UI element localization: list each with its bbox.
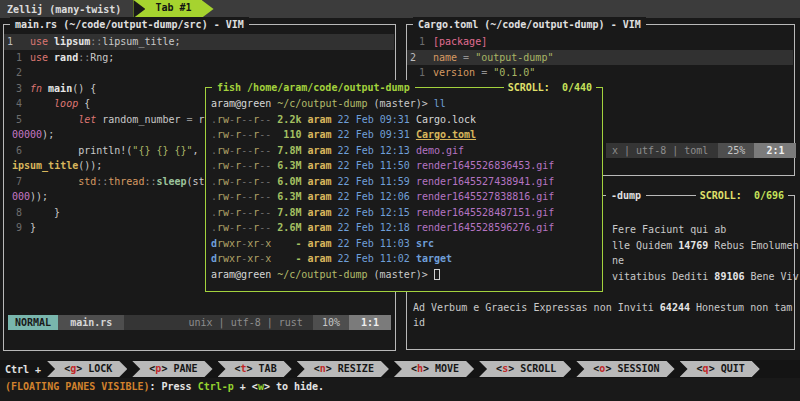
terminal-line: Fere Faciunt qui ab (612, 222, 793, 238)
top-bar: Zellij (many-twist) Tab #1 (0, 0, 800, 18)
keybind-tab[interactable]: <t> TAB (218, 361, 292, 377)
code-line: 2name = "output-dump" (407, 50, 793, 66)
code-line: 1use lipsum::lipsum_title; (4, 34, 394, 50)
code-line: 2 (4, 65, 394, 81)
terminal-line: .rw-r--r-- 2.2k aram 22 Feb 09:31 Cargo.… (211, 112, 601, 128)
permissions: .rw-r--r-- (211, 176, 271, 187)
keybind-scroll[interactable]: <s> SCROLL (479, 361, 571, 377)
terminal-line: drwxr-xr-x - aram 22 Feb 11:03 src (211, 236, 601, 252)
permissions: .rw-r--r-- (211, 160, 271, 171)
statusline-position: 1:1 (349, 315, 391, 331)
permissions: .rw-r--r-- (211, 207, 271, 218)
keybind-pane[interactable]: <p> PANE (132, 361, 212, 377)
permissions: drwxr-xr-x (211, 238, 271, 249)
keybind-quit[interactable]: <q> QUIT (680, 361, 760, 377)
tab-arrow-icon (202, 0, 214, 18)
line-number: 2 (407, 50, 425, 66)
code-line: 1[package] (407, 34, 793, 50)
line-number: 5 (4, 112, 22, 128)
line-number: 1 (4, 34, 22, 50)
scroll-indicator: SCROLL: 0/440 (504, 80, 596, 95)
statusline-meta: unix | utf-8 | rust (188, 315, 312, 331)
terminal-line: lle Quidem 14769 Rebus Emolumen (612, 238, 793, 254)
line-number: 2 (4, 65, 22, 81)
terminal-line: .rw-r--r-- 6.3M aram 22 Feb 12:06 render… (211, 189, 601, 205)
tab-1[interactable]: Tab #1 (133, 0, 213, 18)
pane-title: main.rs (~/code/output-dump/src) - VIM (10, 17, 249, 32)
line-number: 1 (4, 50, 22, 66)
vim-statusline: NORMAL main.rs unix | utf-8 | rust 10% 1… (8, 315, 391, 331)
line-number: 1 (407, 34, 425, 50)
permissions: .rw-r--r-- (211, 222, 271, 233)
statusline-percent: 10% (313, 315, 349, 331)
terminal-line: vitatibus Dediti 89106 Bene Viv (612, 269, 793, 285)
terminal-line: .rw-r--r-- 7.8M aram 22 Feb 12:13 demo.g… (211, 143, 601, 159)
keybind-resize[interactable]: <n> RESIZE (297, 361, 389, 377)
line-number: 4 (4, 96, 22, 112)
code-line: 1use rand::Rng; (4, 50, 394, 66)
terminal-line: .rw-r--r-- 6.0M aram 22 Feb 11:59 render… (211, 174, 601, 190)
terminal-line: id (413, 315, 793, 331)
terminal-line: .rw-r--r-- 110 aram 22 Feb 09:31 Cargo.t… (211, 127, 601, 143)
terminal-line: ne (612, 253, 793, 269)
statusline-meta: x | utf-8 | toml (606, 143, 718, 159)
keybind-lock[interactable]: <g> LOCK (47, 361, 127, 377)
pane-title: fish /home/aram/code/output-dump (212, 80, 415, 95)
permissions: .rw-r--r-- (211, 129, 271, 140)
help-line: (FLOATING PANES VISIBLE): Press Ctrl-p +… (5, 379, 324, 395)
terminal-line: drwxr-xr-x - aram 22 Feb 11:02 target (211, 251, 601, 267)
tab-separator-icon (133, 0, 145, 18)
vim-statusline: x | utf-8 | toml 25% 2:1 (606, 143, 790, 159)
permissions: .rw-r--r-- (211, 114, 271, 125)
pane-title: Cargo.toml (~/code/output-dump) - VIM (413, 17, 646, 32)
terminal-line: aram@green ~/c/output-dump (master)> (211, 267, 601, 283)
keybind-move[interactable]: <h> MOVE (394, 361, 474, 377)
keybinding-bar: Ctrl + <g> LOCK<p> PANE<t> TAB<n> RESIZE… (0, 360, 800, 378)
cursor (434, 269, 440, 280)
terminal-line: Ad Verbum e Graecis Expressas non Inviti… (413, 300, 793, 316)
statusline-filename: main.rs (58, 315, 124, 331)
floating-pane-fish[interactable]: fish /home/aram/code/output-dump SCROLL:… (205, 87, 603, 292)
keybar-prefix: Ctrl + (0, 364, 47, 375)
line-number: 9 (4, 220, 22, 236)
statusline-position: 2:1 (754, 143, 796, 159)
terminal-line: aram@green ~/c/output-dump (master)> ll (211, 96, 601, 112)
vim-mode-badge: NORMAL (8, 315, 58, 331)
statusline-percent: 25% (718, 143, 754, 159)
session-name: Zellij (many-twist) (0, 4, 127, 15)
line-number: 8 (4, 205, 22, 221)
keybind-session[interactable]: <o> SESSION (576, 361, 674, 377)
line-number: 7 (4, 174, 22, 190)
terminal-line: .rw-r--r-- 7.8M aram 22 Feb 12:15 render… (211, 205, 601, 221)
line-number: 3 (4, 81, 22, 97)
tab-label: Tab #1 (145, 0, 201, 18)
scroll-indicator: SCROLL: 0/696 (696, 188, 788, 203)
permissions: drwxr-xr-x (211, 253, 271, 264)
permissions: .rw-r--r-- (211, 191, 271, 202)
code-line: 1version = "0.1.0" (407, 65, 793, 81)
pane-title-fragment: -dump (606, 188, 646, 203)
terminal-line: .rw-r--r-- 2.6M aram 22 Feb 12:18 render… (211, 220, 601, 236)
terminal-line: .rw-r--r-- 6.3M aram 22 Feb 11:50 render… (211, 158, 601, 174)
line-number: 1 (407, 65, 425, 81)
permissions: .rw-r--r-- (211, 145, 271, 156)
line-number: 6 (4, 143, 22, 159)
